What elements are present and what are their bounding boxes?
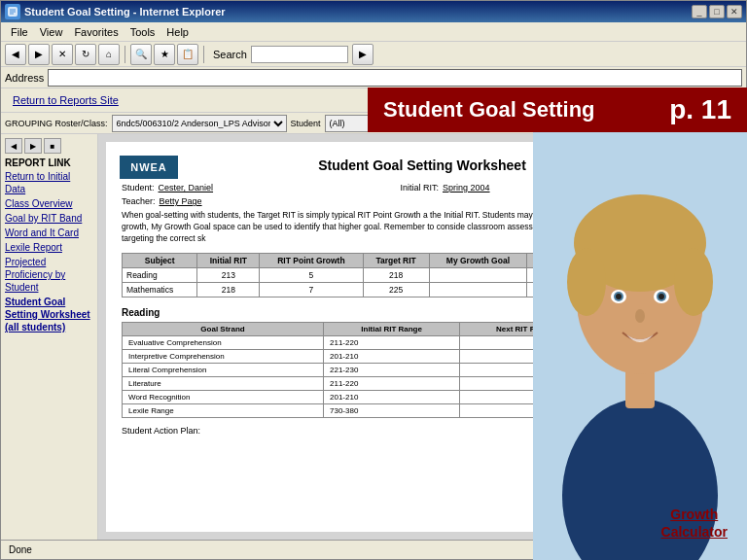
teacher-item: Teacher: Betty Page [122,196,202,206]
svg-point-6 [567,248,606,316]
sidebar-link-word-card[interactable]: Word and It Card [5,227,93,239]
minimize-button[interactable]: _ [692,5,707,18]
header-page: p. 11 [669,94,731,125]
menu-bar: File View Favorites Tools Help [1,22,746,42]
title-bar-left: Student Goal Setting - Internet Explorer [5,4,226,19]
row2-rit-growth: 7 [260,282,363,297]
strand-1-initial: 211-220 [324,335,460,349]
search-toolbar-button[interactable]: 🔍 [130,44,152,65]
student-name-item: Student: Cester, Daniel [122,183,213,192]
col-rit-growth: RIT Point Growth [260,253,363,267]
title-bar: Student Goal Setting - Internet Explorer… [1,1,746,22]
svg-point-12 [616,294,622,299]
sidebar-link-goal-rit[interactable]: Goal by RIT Band [5,212,93,225]
growth-calculator-button[interactable]: Growth Calculator [661,506,728,541]
history-toolbar-button[interactable]: 📋 [177,44,198,65]
strand-col-initial: Initial RIT Range [324,322,460,335]
strand-4-name: Literature [123,376,324,390]
row1-initial-rit: 213 [197,267,260,282]
strand-3-name: Literal Comprehension [123,363,324,376]
student-label: Student: [122,183,155,192]
search-go-button[interactable]: ▶ [352,44,374,65]
nwea-logo-text: NWEA [130,161,167,173]
strand-5-initial: 201-210 [324,390,460,403]
strand-1-name: Evaluative Comprehension [123,335,324,349]
stop-button[interactable]: ✕ [52,44,73,65]
col-subject: Subject [123,253,197,267]
col-target-rit: Target RIT [363,253,429,267]
svg-point-7 [674,248,713,316]
status-text: Done [9,544,32,555]
address-input[interactable] [48,69,742,87]
roster-select[interactable]: 6ndc5/006310/2 Anderson_LPS Advisory 006… [112,115,287,132]
initial-rit-item: Initial RIT: Spring 2004 [400,183,489,192]
teacher-name: Betty Page [160,196,202,206]
calculator-text: Calculator [661,523,728,541]
col-initial-rit: Initial RIT [197,253,260,267]
nwea-logo: NWEA [120,156,178,179]
menu-tools[interactable]: Tools [124,24,161,40]
sidebar-link-class-overview[interactable]: Class Overview [5,197,93,210]
title-bar-text: Student Goal Setting - Internet Explorer [24,6,226,18]
growth-text: Growth [661,506,728,523]
strand-2-name: Interpretive Comprehension [123,349,324,363]
row2-my-goal [429,282,526,297]
row1-target-rit: 218 [363,267,429,282]
maximize-button[interactable]: □ [709,5,725,18]
back-button[interactable]: ◀ [5,44,26,65]
toolbar-separator [124,46,125,63]
strand-2-initial: 201-210 [324,349,460,363]
row1-subject: Reading [123,267,197,282]
forward-button[interactable]: ▶ [28,44,50,65]
col-my-goal: My Growth Goal [429,253,526,267]
address-bar: Address [1,67,746,88]
title-bar-controls: _ □ ✕ [692,5,742,18]
sidebar-link-lexile[interactable]: Lexile Report [5,241,93,254]
strand-4-initial: 211-220 [324,376,460,390]
strand-5-name: Word Recognition [123,390,324,403]
svg-point-13 [658,294,664,299]
menu-view[interactable]: View [34,24,69,40]
strand-6-initial: 730-380 [324,403,460,417]
sidebar-btn-1[interactable]: ◀ [5,138,22,154]
refresh-button[interactable]: ↻ [75,44,96,65]
row2-initial-rit: 218 [197,282,260,297]
sidebar: ◀ ▶ ■ REPORT LINK Return to Initial Data… [1,134,98,540]
row1-my-goal [429,267,526,282]
close-button[interactable]: ✕ [727,5,742,18]
student-name: Cester, Daniel [159,183,214,192]
svg-point-14 [635,309,645,323]
sidebar-link-return[interactable]: Return to Initial Data [5,170,93,195]
search-label: Search [213,49,247,60]
content-area: ◀ ▶ ■ REPORT LINK Return to Initial Data… [1,134,746,540]
sidebar-link-student-goal[interactable]: Student Goal Setting Worksheet (all stud… [5,296,93,333]
initial-rit-label: Initial RIT: [400,183,439,192]
strand-6-name: Lexile Range [123,403,324,417]
toolbar: ◀ ▶ ✕ ↻ ⌂ 🔍 ★ 📋 Search ▶ [1,42,746,67]
student-label: Student [291,119,321,128]
toolbar-separator-2 [203,46,204,63]
row1-rit-growth: 5 [260,267,363,282]
sidebar-toolbar: ◀ ▶ ■ [5,138,93,154]
initial-rit-value: Spring 2004 [443,183,490,192]
menu-file[interactable]: File [5,24,34,40]
menu-help[interactable]: Help [160,24,195,40]
strand-col-goal: Goal Strand [123,322,324,335]
header-banner: Student Goal Setting p. 11 [368,88,747,132]
favorites-toolbar-button[interactable]: ★ [154,44,175,65]
row2-target-rit: 225 [363,282,429,297]
menu-favorites[interactable]: Favorites [68,24,124,40]
browser-window: Student Goal Setting - Internet Explorer… [0,0,747,560]
student-photo [533,134,746,540]
return-to-reports-link[interactable]: Return to Reports Site [7,92,124,108]
header-title: Student Goal Setting [383,97,595,122]
search-area: Search ▶ [213,44,374,65]
sidebar-link-projected[interactable]: Projected Proficiency by Student [5,256,93,294]
search-input[interactable] [251,46,348,63]
browser-icon [5,4,20,19]
home-button[interactable]: ⌂ [98,44,120,65]
photo-placeholder [533,134,746,540]
strand-3-initial: 221-230 [324,363,460,376]
sidebar-btn-3[interactable]: ■ [44,138,61,154]
sidebar-btn-2[interactable]: ▶ [24,138,42,154]
